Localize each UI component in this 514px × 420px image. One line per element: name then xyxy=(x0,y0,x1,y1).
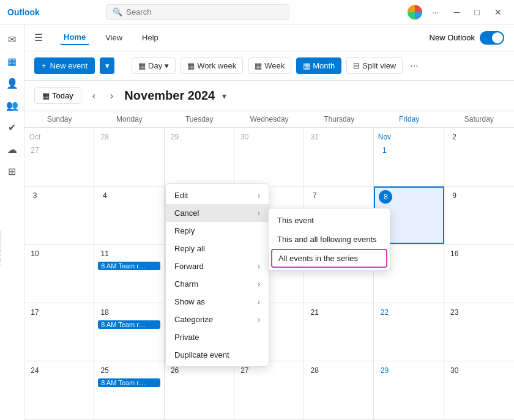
day-cell-1-6[interactable]: 9 xyxy=(444,186,514,245)
view-workweek-button[interactable]: ▦ Work week xyxy=(181,57,243,74)
view-week-button[interactable]: ▦ Week xyxy=(248,57,291,74)
day-num-4-6: 30 xyxy=(448,364,461,377)
ctx-item-edit[interactable]: Edit› xyxy=(166,186,269,204)
ctx-label-reply: Reply xyxy=(174,226,195,235)
ctx-item-private[interactable]: Private xyxy=(166,328,269,346)
today-button[interactable]: ▦ Today xyxy=(34,87,81,104)
ctx-item-categorize[interactable]: Categorize› xyxy=(166,311,269,328)
new-event-dropdown[interactable]: ▾ xyxy=(100,57,114,74)
ctx-item-cancel[interactable]: Cancel› xyxy=(166,204,269,222)
ctx-item-duplicate[interactable]: Duplicate event xyxy=(166,346,269,364)
day-cell-1-0[interactable]: 3 xyxy=(24,186,94,245)
day-cell-4-1[interactable]: 258 AM Team r… xyxy=(94,361,164,419)
prev-month-button[interactable]: ‹ xyxy=(89,88,99,104)
month-icon: ▦ xyxy=(303,61,310,70)
day-cell-2-0[interactable]: 10 xyxy=(24,245,94,303)
day-num-2-6: 16 xyxy=(448,247,461,260)
day-num-0-4: 31 xyxy=(308,130,321,144)
day-cell-3-6[interactable]: 23 xyxy=(444,303,514,361)
calendar-header: ▦ Today ‹ › November 2024 ▾ xyxy=(24,81,514,111)
day-cell-0-1[interactable]: 28 xyxy=(94,128,164,186)
sidebar-icon-groups[interactable]: 👥 xyxy=(2,95,22,115)
sidebar-icon-mail[interactable]: ✉ xyxy=(2,29,22,49)
ctx-item-forward[interactable]: Forward› xyxy=(166,257,269,275)
event-pill[interactable]: 8 AM Team r… xyxy=(98,320,160,329)
day-cell-1-1[interactable]: 4 xyxy=(94,186,164,245)
new-outlook-toggle-switch[interactable] xyxy=(480,31,504,45)
day-cell-0-6[interactable]: 2 xyxy=(444,128,514,186)
week-row-0: Oct 2728293031Nov 12 xyxy=(24,128,514,186)
sidebar-icon-calendar[interactable]: ▦ xyxy=(2,51,22,71)
ctx-item-show_as[interactable]: Show as› xyxy=(166,293,269,311)
day-cell-4-6[interactable]: 30 xyxy=(444,361,514,419)
day-cell-4-5[interactable]: 29 xyxy=(374,361,444,419)
watermark: Ablebits.com xyxy=(0,230,2,265)
maximize-button[interactable]: □ xyxy=(470,6,485,18)
day-num-2-1: 11 xyxy=(98,247,111,260)
day-arrow: ▾ xyxy=(165,61,169,70)
new-event-icon: + xyxy=(42,61,47,70)
day-num-0-2: 29 xyxy=(168,130,182,144)
sidebar-icon-contacts[interactable]: 👤 xyxy=(2,73,22,93)
sub-item-this_and_following[interactable]: This and all following events xyxy=(269,230,390,249)
event-pill[interactable]: 8 AM Team r… xyxy=(98,262,160,270)
day-num-0-0: Oct 27 xyxy=(28,130,42,144)
navbar-item-home[interactable]: Home xyxy=(60,30,89,45)
view-day-button[interactable]: ▦ Day ▾ xyxy=(132,57,176,74)
day-cell-2-6[interactable]: 16 xyxy=(444,245,514,303)
new-outlook-toggle: New Outlook xyxy=(430,31,504,45)
day-num-4-1: 25 xyxy=(98,364,111,377)
month-dropdown-button[interactable]: ▾ xyxy=(222,91,226,101)
day-cell-0-3[interactable]: 30 xyxy=(234,128,304,186)
day-cell-3-0[interactable]: 17 xyxy=(24,303,94,361)
day-cell-0-2[interactable]: 29 xyxy=(165,128,234,186)
day-cell-2-1[interactable]: 118 AM Team r… xyxy=(94,245,164,303)
day-cell-0-5[interactable]: Nov 1 xyxy=(374,128,444,186)
sidebar-icon-tasks[interactable]: ✔ xyxy=(2,117,22,137)
ctx-item-charm[interactable]: Charm› xyxy=(166,275,269,293)
view-month-button[interactable]: ▦ Month xyxy=(296,57,341,74)
ctx-item-reply_all[interactable]: Reply all xyxy=(166,240,269,257)
sidebar-icon-cloud[interactable]: ☁ xyxy=(2,139,22,159)
day-num-1-1: 4 xyxy=(98,189,111,202)
app-name: Outlook xyxy=(7,7,40,17)
ctx-label-edit: Edit xyxy=(174,191,188,200)
day-num-3-5: 22 xyxy=(378,306,391,319)
view-splitview-button[interactable]: ⊟ Split view xyxy=(346,57,403,74)
sidebar: ✉▦👤👥✔☁⊞ xyxy=(0,24,24,420)
minimize-button[interactable]: ─ xyxy=(449,6,465,18)
event-pill[interactable]: 8 AM Team r… xyxy=(98,378,160,387)
day-cell-3-5[interactable]: 22 xyxy=(374,303,444,361)
day-num-4-0: 24 xyxy=(28,364,42,377)
sidebar-icon-apps[interactable]: ⊞ xyxy=(2,161,22,181)
day-cell-4-3[interactable]: 27 xyxy=(234,361,304,419)
day-cell-0-4[interactable]: 31 xyxy=(304,128,374,186)
calendar-icon: ▦ xyxy=(138,61,146,70)
navbar-item-view[interactable]: View xyxy=(102,31,126,45)
day-cell-4-2[interactable]: 26 xyxy=(165,361,234,419)
navbar-item-help[interactable]: Help xyxy=(138,31,162,45)
more-button[interactable]: ··· xyxy=(427,6,444,18)
day-cell-4-0[interactable]: 24 xyxy=(24,361,94,419)
ctx-item-reply[interactable]: Reply xyxy=(166,222,269,240)
close-button[interactable]: ✕ xyxy=(490,6,507,18)
day-num-4-4: 28 xyxy=(308,364,321,377)
toolbar-more-button[interactable]: ··· xyxy=(410,61,418,72)
search-input[interactable] xyxy=(126,7,283,17)
new-outlook-label: New Outlook xyxy=(430,33,475,42)
context-menu: Edit›Cancel›ReplyReply allForward›Charm›… xyxy=(165,183,269,367)
hamburger-icon[interactable]: ☰ xyxy=(34,32,43,43)
sub-item-all_events[interactable]: All events in the series xyxy=(271,249,387,268)
day-cell-0-0[interactable]: Oct 27 xyxy=(24,128,94,186)
day-cell-3-4[interactable]: 21 xyxy=(304,303,374,361)
weeks: Oct 2728293031Nov 12345678910118 AM Team… xyxy=(24,128,514,420)
ctx-label-forward: Forward xyxy=(174,262,204,271)
day-cell-3-1[interactable]: 188 AM Team r… xyxy=(94,303,164,361)
ctx-label-duplicate: Duplicate event xyxy=(174,350,229,359)
sub-item-this_event[interactable]: This event xyxy=(269,211,390,230)
toolbar: + New event ▾ ▦ Day ▾ ▦ Work week ▦ Week… xyxy=(24,51,514,81)
new-event-button[interactable]: + New event xyxy=(34,57,95,74)
next-month-button[interactable]: › xyxy=(106,88,117,104)
day-cell-4-4[interactable]: 28 xyxy=(304,361,374,419)
search-bar[interactable]: 🔍 xyxy=(106,4,289,20)
